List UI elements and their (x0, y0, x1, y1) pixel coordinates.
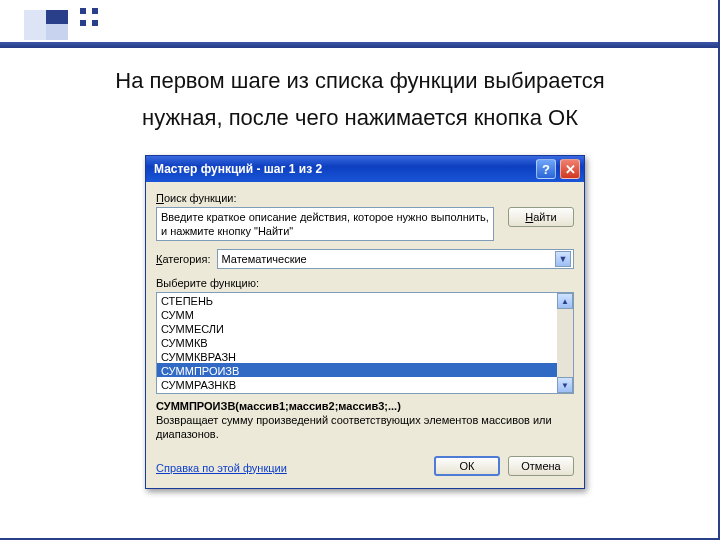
slide-caption: На первом шаге из списка функции выбирае… (40, 62, 680, 137)
list-item[interactable]: СТЕПЕНЬ (157, 293, 573, 307)
category-select[interactable]: Математические ▼ (217, 249, 575, 269)
category-value: Математические (222, 253, 307, 265)
select-function-label: Выберите функцию: (156, 277, 574, 289)
cancel-button[interactable]: Отмена (508, 456, 574, 476)
list-item[interactable]: СУММКВРАЗН (157, 349, 573, 363)
list-item[interactable]: СУММКВ (157, 335, 573, 349)
category-label: Категория: (156, 253, 211, 265)
list-item[interactable]: СУММ (157, 307, 573, 321)
slide-decoration (24, 10, 72, 40)
scroll-track[interactable] (557, 309, 573, 377)
list-item-selected[interactable]: СУММПРОИЗВ (157, 363, 573, 377)
titlebar[interactable]: Мастер функций - шаг 1 из 2 ? ✕ (146, 156, 584, 182)
scroll-down-icon[interactable]: ▼ (557, 377, 573, 393)
function-syntax: СУММПРОИЗВ(массив1;массив2;массив3;...) (156, 400, 574, 412)
chevron-down-icon[interactable]: ▼ (555, 251, 571, 267)
search-label: Поиск функции: (156, 192, 574, 204)
scrollbar[interactable]: ▲ ▼ (557, 293, 573, 393)
list-item[interactable]: СУММЕСЛИ (157, 321, 573, 335)
close-button[interactable]: ✕ (560, 159, 580, 179)
list-item[interactable]: СУММРАЗНКВ (157, 377, 573, 391)
caption-line-2: нужная, после чего нажимается кнопка ОК (142, 105, 578, 130)
slide-decoration-dots (80, 8, 98, 26)
function-description: Возвращает сумму произведений соответств… (156, 414, 574, 442)
help-button[interactable]: ? (536, 159, 556, 179)
ok-button[interactable]: ОК (434, 456, 500, 476)
dialog-title: Мастер функций - шаг 1 из 2 (154, 162, 322, 176)
help-link[interactable]: Справка по этой функции (156, 462, 287, 474)
function-wizard-dialog: Мастер функций - шаг 1 из 2 ? ✕ Поиск фу… (145, 155, 585, 489)
scroll-up-icon[interactable]: ▲ (557, 293, 573, 309)
caption-line-1: На первом шаге из списка функции выбирае… (115, 68, 604, 93)
search-input[interactable]: Введите краткое описание действия, котор… (156, 207, 494, 241)
find-button[interactable]: Найти (508, 207, 574, 227)
function-listbox[interactable]: СТЕПЕНЬ СУММ СУММЕСЛИ СУММКВ СУММКВРАЗН … (156, 292, 574, 394)
slide-stripe (0, 42, 720, 48)
